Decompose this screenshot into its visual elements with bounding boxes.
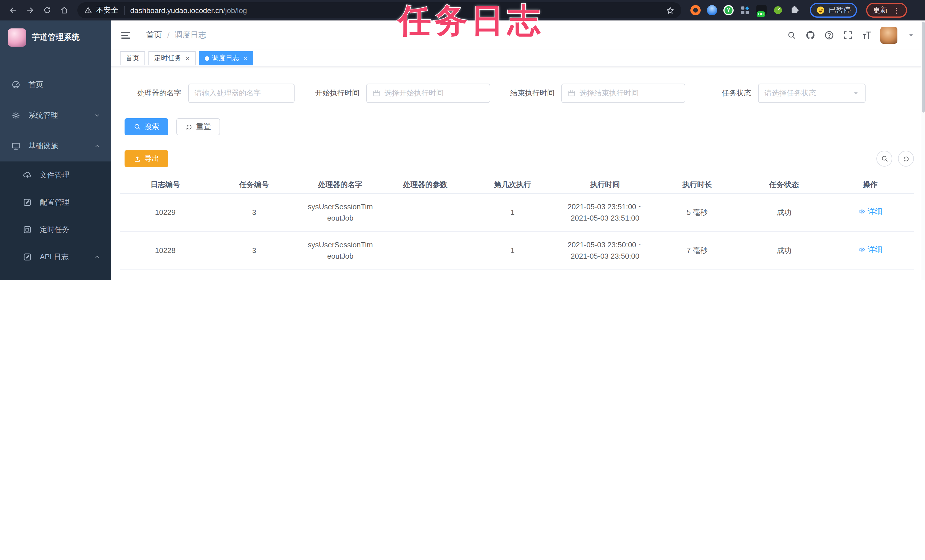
filter-handler-name: 处理器的名字请输入处理器的名字 (137, 84, 295, 103)
search-icon (881, 155, 888, 162)
fullscreen-icon[interactable] (843, 30, 853, 41)
cell-handler: sysUserSessionTimeoutJob (298, 239, 383, 262)
paused-badge[interactable]: 已暂停 (810, 3, 857, 18)
tab-home[interactable]: 首页 (120, 51, 145, 65)
table-tools (876, 151, 914, 167)
navbar-actions (786, 27, 916, 44)
sidebar-item-label: 定时任务 (40, 224, 69, 235)
orange-extension-icon[interactable] (690, 5, 701, 15)
avatar[interactable] (880, 27, 898, 44)
search-icon[interactable] (786, 30, 797, 41)
filter-label: 开始执行时间 (315, 88, 359, 98)
cell-task-id: 3 (211, 245, 298, 256)
table-header-row: 日志编号任务编号处理器的名字处理器的参数第几次执行执行时间执行时长任务状态操作 (120, 176, 914, 194)
help-icon[interactable] (824, 30, 834, 41)
sidebar-item-infrastructure[interactable]: 基础设施 (0, 131, 111, 161)
sidebar-item-access-log[interactable]: 访问日志 (0, 271, 111, 280)
hamburger-icon[interactable] (120, 30, 131, 41)
home-icon[interactable] (57, 3, 72, 18)
github-icon[interactable] (805, 30, 815, 41)
end-time-input[interactable]: 选择结束执行时间 (561, 84, 685, 103)
green-y-extension-icon[interactable]: Y (723, 5, 734, 15)
export-button[interactable]: 导出 (125, 150, 168, 167)
table-row: 102273sysUserSessionTimeoutJob12021-05-0… (120, 270, 914, 280)
back-icon[interactable] (6, 3, 21, 18)
text-size-icon[interactable] (862, 30, 872, 41)
sidebar-item-file-management[interactable]: 文件管理 (0, 161, 111, 189)
tab-job-log[interactable]: 调度日志× (199, 51, 253, 65)
sidebar-menu: 首页系统管理基础设施文件管理配置管理定时任务API 日志访问日志错误日志MySQ… (0, 54, 111, 280)
active-dot (205, 56, 209, 60)
bookmark-star-icon[interactable] (666, 6, 675, 15)
scrollbar-thumb[interactable] (922, 22, 925, 113)
sidebar-item-label: 基础设施 (29, 141, 58, 151)
tab-scheduled-tasks[interactable]: 定时任务× (148, 51, 195, 65)
sidebar-item-home[interactable]: 首页 (0, 69, 111, 100)
close-icon[interactable]: × (185, 54, 190, 63)
forward-icon[interactable] (23, 3, 38, 18)
screen: 不安全 dashboard.yudao.iocoder.cn/job/log Y… (0, 0, 925, 280)
refresh-icon (902, 155, 910, 162)
filter-label: 处理器的名字 (137, 88, 181, 98)
cell-execute-index: 1 (468, 245, 557, 256)
eye-icon (858, 208, 865, 215)
cloud-upload-icon (23, 170, 32, 180)
blue-extension-icon[interactable] (707, 5, 717, 15)
search-icon (134, 123, 141, 131)
breadcrumb-home[interactable]: 首页 (146, 30, 162, 41)
caret-down-icon[interactable] (906, 30, 916, 41)
sidebar-item-label: 首页 (29, 80, 43, 90)
breadcrumb: 首页 / 调度日志 (146, 30, 206, 41)
refresh-icon (185, 123, 193, 131)
breadcrumb-current: 调度日志 (175, 30, 206, 41)
edit-icon (23, 198, 32, 207)
green-sprout-extension-icon[interactable] (773, 5, 783, 15)
start-time-input[interactable]: 选择开始执行时间 (366, 84, 490, 103)
filter-task-status: 任务状态请选择任务状态 (722, 84, 866, 103)
url-bar[interactable]: 不安全 dashboard.yudao.iocoder.cn/job/log (77, 2, 681, 18)
page-scrollbar[interactable] (921, 21, 925, 280)
tags-view: 首页定时任务×调度日志× (111, 50, 925, 67)
filter-label: 结束执行时间 (510, 88, 554, 98)
sidebar-item-api-log[interactable]: API 日志 (0, 243, 111, 271)
sidebar-item-scheduled-tasks[interactable]: 定时任务 (0, 216, 111, 243)
extensions-puzzle-icon[interactable] (789, 5, 800, 15)
detail-link[interactable]: 详细 (858, 206, 882, 217)
calendar-icon (372, 89, 380, 97)
sidebar-item-label: 系统管理 (29, 110, 58, 120)
sidebar: 芋道管理系统 首页系统管理基础设施文件管理配置管理定时任务API 日志访问日志错… (0, 21, 111, 280)
calendar-icon (568, 89, 575, 97)
sidebar-item-system-management[interactable]: 系统管理 (0, 100, 111, 131)
cell-duration: 5 毫秒 (652, 207, 741, 218)
logo-image (8, 29, 26, 47)
security-label: 不安全 (96, 5, 118, 15)
caret-down-icon (853, 90, 859, 97)
cell-log-id: 10229 (120, 207, 211, 218)
column-header: 日志编号 (120, 179, 211, 190)
table-row: 102283sysUserSessionTimeoutJob12021-05-0… (120, 232, 914, 270)
browser-menu-icon[interactable]: ⋮ (893, 6, 900, 15)
edit-icon (35, 280, 44, 280)
cell-log-id: 10228 (120, 245, 211, 256)
detail-link[interactable]: 详细 (858, 244, 882, 255)
on-badge-extension-icon[interactable]: on (756, 5, 767, 15)
sidebar-item-label: 配置管理 (40, 197, 69, 208)
search-button[interactable]: 搜索 (125, 118, 168, 135)
filter-actions: 搜索 重置 (125, 118, 914, 135)
placeholder-text: 请选择任务状态 (764, 88, 816, 98)
toggle-search-button[interactable] (876, 151, 892, 167)
sidebar-item-config-management[interactable]: 配置管理 (0, 189, 111, 216)
close-icon[interactable]: × (243, 54, 247, 63)
task-status-select[interactable]: 请选择任务状态 (758, 84, 866, 103)
reload-icon[interactable] (40, 3, 54, 18)
column-header: 任务编号 (211, 179, 298, 190)
handler-name-input[interactable]: 请输入处理器的名字 (188, 84, 295, 103)
update-button[interactable]: 更新 ⋮ (866, 3, 907, 18)
reset-button[interactable]: 重置 (176, 118, 220, 135)
dashboard-icon (11, 80, 21, 89)
grid-extension-icon[interactable] (740, 5, 750, 15)
cell-task-id: 3 (211, 207, 298, 218)
app-logo[interactable]: 芋道管理系统 (0, 21, 111, 54)
edit-icon (23, 253, 32, 262)
refresh-table-button[interactable] (898, 151, 914, 167)
